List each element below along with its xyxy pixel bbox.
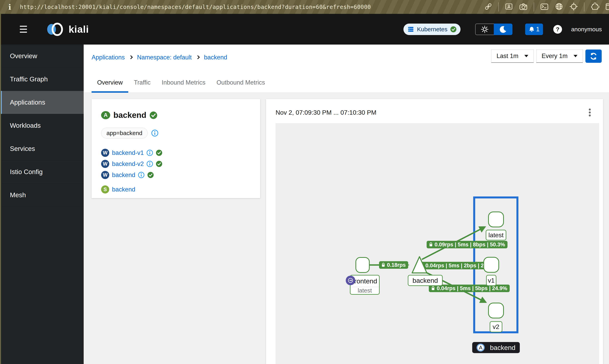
health-ok-icon: [156, 150, 162, 156]
detail-tabs: Overview Traffic Inbound Metrics Outboun…: [84, 70, 609, 93]
breadcrumb-app[interactable]: backend: [204, 54, 227, 61]
service-row: S backend: [101, 185, 252, 194]
puzzle-icon[interactable]: [590, 2, 599, 12]
notifications-button[interactable]: 1: [525, 24, 543, 35]
mini-traffic-graph: 0.18rps 0.09rps | 5ms | 8bps | 50.3% 0.0…: [276, 123, 599, 364]
tab-outbound-metrics[interactable]: Outbound Metrics: [211, 79, 271, 92]
refresh-interval-select[interactable]: Every 1m: [536, 50, 583, 63]
sidebar-item-mesh[interactable]: Mesh: [0, 183, 84, 207]
health-ok-icon: [147, 172, 154, 178]
toolbar-separator: [534, 2, 534, 12]
window-icon[interactable]: [605, 2, 609, 12]
light-theme-button[interactable]: [475, 24, 494, 35]
kiali-logo-icon: [46, 22, 66, 36]
refresh-button[interactable]: [585, 50, 602, 63]
workload-row: W backend: [101, 171, 252, 179]
sidebar-item-traffic-graph[interactable]: Traffic Graph: [0, 68, 84, 91]
label-chip: app=backend: [101, 128, 148, 138]
info-icon[interactable]: [151, 130, 158, 137]
info-icon[interactable]: [138, 172, 145, 178]
menu-toggle-icon[interactable]: [20, 26, 27, 33]
latest-version-label: latest: [486, 230, 506, 240]
app-group-label[interactable]: A backend: [472, 342, 520, 353]
node-backend-latest[interactable]: [488, 211, 504, 227]
tab-inbound-metrics[interactable]: Inbound Metrics: [156, 79, 211, 92]
workload-badge: W: [101, 149, 109, 157]
kebab-menu[interactable]: [586, 107, 593, 118]
node-backend-service[interactable]: [411, 256, 428, 274]
crosshair-icon[interactable]: [569, 2, 578, 12]
edge-label-frontend-backend: 0.18rps: [379, 261, 408, 269]
traffic-source-icon: [346, 276, 355, 285]
app-labels-row: app=backend: [101, 128, 252, 138]
graph-overview-card: Nov 2, 07:09:30 PM ... 07:10:30 PM: [266, 99, 603, 364]
cluster-badge[interactable]: Kubernetes: [404, 24, 460, 35]
mtls-lock-icon: [429, 242, 433, 247]
sidebar-item-istio-config[interactable]: Istio Config: [0, 160, 84, 183]
workload-link-backend-v2[interactable]: backend-v2: [112, 160, 144, 168]
graph-time-range: Nov 2, 07:09:30 PM ... 07:10:30 PM: [276, 109, 377, 116]
browser-toolbar: [484, 2, 609, 12]
application-badge: A: [101, 111, 110, 119]
application-badge: A: [477, 344, 485, 351]
globe-icon[interactable]: [555, 2, 563, 12]
cluster-name: Kubernetes: [417, 26, 447, 33]
duration-select[interactable]: Last 1m: [491, 50, 534, 63]
node-backend-v2[interactable]: [488, 303, 504, 318]
mtls-lock-icon: [431, 286, 435, 291]
camera-icon[interactable]: [519, 2, 528, 12]
sidebar-nav: Overview Traffic Graph Applications Work…: [0, 45, 84, 364]
frontend-node-label: frontend latest: [350, 275, 380, 295]
brand-text: kiali: [68, 24, 89, 35]
caret-down-icon: [524, 55, 528, 57]
address-url[interactable]: http://localhost:20001/kiali/console/nam…: [20, 4, 371, 10]
help-button[interactable]: ?: [553, 25, 562, 34]
sidebar-item-overview[interactable]: Overview: [0, 45, 84, 68]
info-icon[interactable]: [147, 161, 153, 167]
dark-theme-button[interactable]: [494, 24, 513, 35]
backend-service-label: backend: [408, 275, 443, 286]
terminal-icon[interactable]: [540, 2, 549, 12]
toolbar-separator: [584, 2, 584, 12]
node-backend-v1[interactable]: [483, 257, 499, 273]
image-icon[interactable]: [505, 2, 513, 12]
app-masthead: kiali Kubernetes: [0, 14, 609, 45]
bell-icon: [528, 26, 535, 32]
breadcrumb-namespace[interactable]: Namespace: default: [137, 54, 192, 61]
workload-badge: W: [101, 171, 109, 179]
service-badge: S: [101, 185, 109, 194]
info-icon[interactable]: [147, 150, 153, 156]
workload-link-backend-v1[interactable]: backend-v1: [112, 149, 144, 156]
sun-icon: [481, 25, 489, 33]
workload-badge: W: [101, 160, 109, 168]
app-title-row: A backend: [101, 111, 252, 120]
window-edge: [0, 14, 1, 364]
breadcrumb-row: Applications Namespace: default backend …: [84, 45, 609, 70]
breadcrumb-applications[interactable]: Applications: [92, 54, 125, 61]
node-frontend[interactable]: [355, 257, 370, 273]
health-ok-icon: [156, 161, 162, 167]
edge-label-backend-latest: 0.09rps | 5ms | 8bps | 50.3%: [427, 241, 508, 248]
mtls-lock-icon: [381, 263, 385, 267]
sidebar-item-applications[interactable]: Applications: [0, 91, 84, 114]
link-icon[interactable]: [484, 2, 492, 12]
service-link-backend[interactable]: backend: [112, 186, 135, 193]
workload-link-backend[interactable]: backend: [112, 171, 135, 179]
sidebar-item-workloads[interactable]: Workloads: [0, 114, 84, 137]
breadcrumb: Applications Namespace: default backend: [92, 54, 227, 61]
kiali-logo[interactable]: kiali: [46, 22, 89, 36]
chevron-right-icon: [196, 55, 200, 59]
page-info-icon[interactable]: i: [8, 2, 11, 12]
header-tools: Kubernetes: [404, 24, 609, 35]
time-controls: Last 1m Every 1m: [491, 50, 602, 63]
browser-url-bar[interactable]: i http://localhost:20001/kiali/console/n…: [0, 0, 609, 14]
graph-panel-header: Nov 2, 07:09:30 PM ... 07:10:30 PM: [266, 99, 603, 123]
health-ok-icon: [149, 111, 157, 119]
cluster-icon: [407, 26, 414, 33]
tab-traffic[interactable]: Traffic: [128, 79, 156, 92]
sidebar-item-services[interactable]: Services: [0, 137, 84, 160]
chevron-right-icon: [129, 55, 133, 59]
user-menu[interactable]: anonymous: [571, 26, 602, 33]
tab-overview[interactable]: Overview: [92, 79, 128, 92]
help-glyph: ?: [556, 26, 559, 33]
